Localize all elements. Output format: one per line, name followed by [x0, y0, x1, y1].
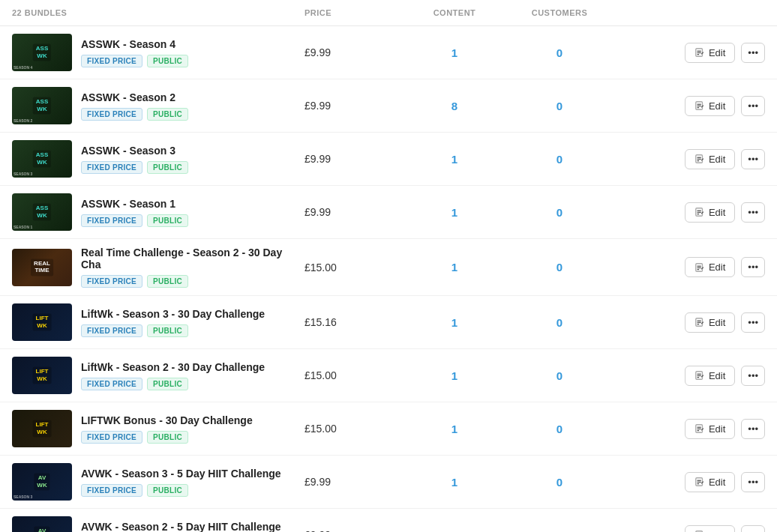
season-badge: SEASON 3	[14, 172, 70, 176]
thumb-logo: ASS WK	[33, 97, 51, 114]
edit-button[interactable]: Edit	[685, 43, 735, 63]
customers-cell: 0	[507, 46, 612, 59]
more-options-button[interactable]: •••	[741, 312, 765, 333]
content-cell: 1	[402, 369, 507, 382]
tag-public: PUBLIC	[147, 275, 188, 288]
thumbnail-inner: LIFT WK	[12, 357, 72, 394]
tag-fixed-price: FIXED PRICE	[81, 378, 142, 390]
bundle-info: LiftWk - Season 3 - 30 Day Challenge FIX…	[81, 308, 265, 337]
thumbnail-inner: ASS WK SEASON 1	[12, 193, 72, 231]
thumbnail-inner: ASS WK SEASON 3	[12, 140, 72, 178]
bundle-tags: FIXED PRICE PUBLIC	[81, 55, 188, 67]
bundle-info: LiftWk - Season 2 - 30 Day Challenge FIX…	[81, 361, 265, 390]
bundle-name: LiftWk - Season 2 - 30 Day Challenge	[81, 361, 265, 373]
thumbnail-inner: REAL TIME	[12, 249, 72, 286]
more-options-button[interactable]: •••	[741, 43, 765, 63]
table-row: ASS WK SEASON 4 ASSWK - Season 4 FIXED P…	[0, 26, 777, 79]
thumb-logo: ASS WK	[33, 203, 51, 220]
more-options-button[interactable]: •••	[741, 419, 765, 439]
table-row: ASS WK SEASON 1 ASSWK - Season 1 FIXED P…	[0, 186, 777, 239]
tag-public: PUBLIC	[147, 108, 188, 121]
price-cell: £15.16	[297, 316, 402, 328]
thumbnail-inner: ASS WK SEASON 4	[12, 34, 72, 71]
price-cell: £15.00	[297, 262, 402, 273]
more-options-button[interactable]: •••	[741, 366, 765, 386]
bundle-tags: FIXED PRICE PUBLIC	[81, 161, 188, 174]
thumb-logo: LIFT WK	[33, 313, 52, 330]
bundle-info: Real Time Challenge - Season 2 - 30 Day …	[81, 247, 297, 288]
thumb-logo: AV WK	[34, 473, 50, 490]
price-cell: £9.99	[297, 46, 402, 58]
table-row: LIFT WK LiftWk - Season 3 - 30 Day Chall…	[0, 296, 777, 349]
bundle-cell: ASS WK SEASON 4 ASSWK - Season 4 FIXED P…	[12, 34, 297, 71]
tag-fixed-price: FIXED PRICE	[81, 55, 142, 67]
bundle-thumbnail: LIFT WK	[12, 357, 72, 394]
table-row: ASS WK SEASON 2 ASSWK - Season 2 FIXED P…	[0, 79, 777, 133]
bundle-info: LIFTWK Bonus - 30 Day Challenge FIXED PR…	[81, 414, 253, 444]
tag-fixed-price: FIXED PRICE	[81, 324, 142, 337]
edit-button[interactable]: Edit	[685, 419, 735, 439]
tag-public: PUBLIC	[147, 324, 188, 337]
more-options-button[interactable]: •••	[741, 149, 765, 169]
edit-button[interactable]: Edit	[685, 472, 735, 492]
season-badge: SEASON 2	[14, 118, 70, 123]
more-options-button[interactable]: •••	[741, 257, 765, 277]
edit-button[interactable]: Edit	[685, 257, 735, 277]
table-row: LIFT WK LIFTWK Bonus - 30 Day Challenge …	[0, 402, 777, 456]
edit-button[interactable]: Edit	[685, 525, 735, 533]
more-options-button[interactable]: •••	[741, 202, 765, 223]
edit-button[interactable]: Edit	[685, 312, 735, 333]
thumbnail-inner: AV WK SEASON 3	[12, 463, 72, 501]
customers-cell: 0	[507, 423, 612, 435]
tag-public: PUBLIC	[147, 484, 188, 497]
bundle-info: ASSWK - Season 3 FIXED PRICE PUBLIC	[81, 145, 188, 174]
content-cell: 1	[402, 529, 507, 533]
edit-button[interactable]: Edit	[685, 202, 735, 223]
thumbnail-inner: AV WK SEASON 2	[12, 516, 72, 532]
col-header-price: PRICE	[297, 8, 402, 17]
tag-public: PUBLIC	[147, 431, 188, 444]
more-options-button[interactable]: •••	[741, 525, 765, 533]
bundle-name: ASSWK - Season 4	[81, 38, 188, 50]
bundle-cell: AV WK SEASON 3 AVWK - Season 3 - 5 Day H…	[12, 463, 297, 501]
edit-icon	[694, 477, 705, 487]
content-cell: 1	[402, 206, 507, 219]
edit-button[interactable]: Edit	[685, 149, 735, 169]
content-cell: 1	[402, 261, 507, 273]
actions-cell: Edit •••	[612, 149, 765, 169]
more-options-button[interactable]: •••	[741, 96, 765, 116]
thumb-logo: ASS WK	[33, 43, 51, 61]
bundle-thumbnail: ASS WK SEASON 2	[12, 87, 72, 124]
bundles-table: 22 BUNDLES PRICE CONTENT CUSTOMERS ASS W…	[0, 0, 777, 532]
bundle-name: ASSWK - Season 2	[81, 91, 188, 103]
more-options-button[interactable]: •••	[741, 472, 765, 492]
actions-cell: Edit •••	[612, 312, 765, 333]
actions-cell: Edit •••	[612, 525, 765, 533]
edit-icon	[694, 423, 705, 434]
edit-icon	[694, 47, 705, 58]
bundle-info: ASSWK - Season 4 FIXED PRICE PUBLIC	[81, 38, 188, 67]
price-cell: £9.99	[297, 153, 402, 165]
col-header-customers: CUSTOMERS	[507, 8, 612, 17]
tag-public: PUBLIC	[147, 378, 188, 390]
edit-button[interactable]: Edit	[685, 366, 735, 386]
season-badge: SEASON 3	[14, 495, 70, 499]
price-cell: £9.99	[297, 476, 402, 488]
bundle-cell: ASS WK SEASON 1 ASSWK - Season 1 FIXED P…	[12, 193, 297, 231]
bundle-name: AVWK - Season 2 - 5 Day HIIT Challenge	[81, 521, 281, 533]
actions-cell: Edit •••	[612, 43, 765, 63]
thumb-logo: REAL TIME	[31, 259, 53, 276]
bundle-thumbnail: ASS WK SEASON 1	[12, 193, 72, 231]
tag-fixed-price: FIXED PRICE	[81, 214, 142, 227]
thumb-logo: ASS WK	[33, 150, 51, 167]
thumbnail-inner: LIFT WK	[12, 410, 72, 447]
season-badge: SEASON 1	[14, 225, 70, 229]
actions-cell: Edit •••	[612, 472, 765, 492]
content-cell: 1	[402, 476, 507, 489]
thumb-logo: LIFT WK	[33, 366, 52, 384]
edit-icon	[694, 154, 705, 164]
season-badge: SEASON 4	[14, 65, 70, 70]
col-header-bundles: 22 BUNDLES	[12, 8, 297, 17]
bundle-cell: REAL TIME Real Time Challenge - Season 2…	[12, 247, 297, 288]
edit-button[interactable]: Edit	[685, 96, 735, 116]
